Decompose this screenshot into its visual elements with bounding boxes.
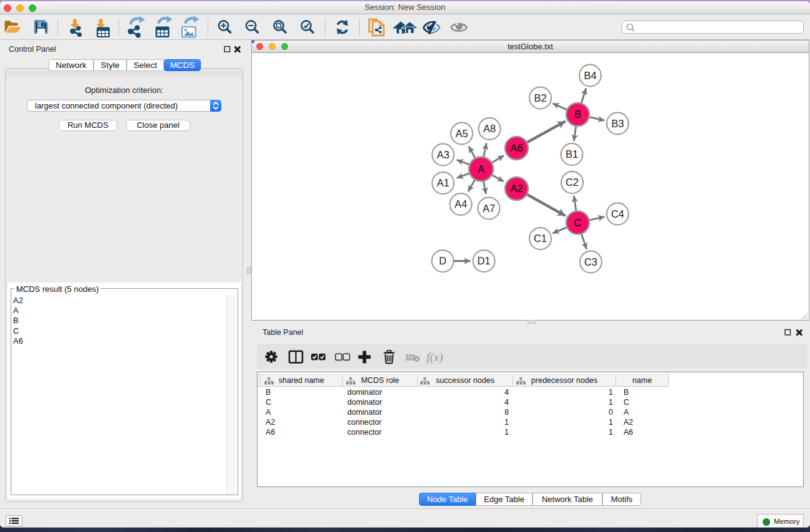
- svg-text:A8: A8: [483, 123, 496, 134]
- svg-text:B1: B1: [566, 148, 578, 160]
- svg-text:A2: A2: [510, 183, 523, 194]
- svg-text:C1: C1: [534, 233, 547, 244]
- svg-text:A5: A5: [455, 128, 468, 139]
- svg-text:B2: B2: [534, 92, 546, 104]
- svg-text:A6: A6: [510, 142, 523, 153]
- svg-text:A7: A7: [483, 203, 495, 214]
- svg-text:C4: C4: [611, 208, 624, 220]
- svg-text:D1: D1: [477, 255, 490, 266]
- svg-text:A1: A1: [436, 177, 449, 188]
- svg-text:B3: B3: [611, 118, 624, 129]
- svg-text:B4: B4: [584, 70, 596, 81]
- svg-text:A4: A4: [455, 198, 467, 210]
- svg-text:B: B: [574, 109, 581, 120]
- svg-text:C2: C2: [566, 177, 579, 188]
- svg-text:C: C: [574, 217, 582, 228]
- svg-text:A: A: [478, 163, 485, 175]
- svg-text:A3: A3: [436, 149, 449, 160]
- svg-text:D: D: [439, 255, 446, 266]
- svg-text:f(x): f(x): [427, 351, 443, 364]
- svg-text:C3: C3: [584, 256, 597, 268]
